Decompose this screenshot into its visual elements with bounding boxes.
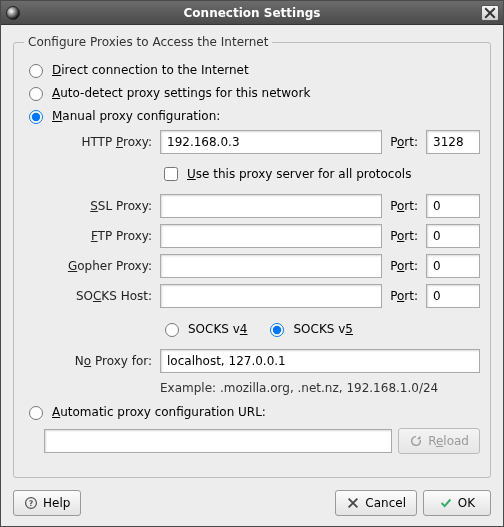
socks-port-input[interactable]: [426, 284, 480, 308]
http-port-input[interactable]: [426, 130, 480, 154]
radio-autoconfig[interactable]: [29, 406, 43, 420]
group-legend: Configure Proxies to Access the Internet: [24, 35, 272, 49]
ftp-port-input[interactable]: [426, 224, 480, 248]
proxy-groupbox: Configure Proxies to Access the Internet…: [13, 35, 491, 478]
connection-settings-window: Connection Settings Configure Proxies to…: [0, 0, 504, 527]
ok-label: OK: [458, 496, 475, 510]
gopher-proxy-label: Gopher Proxy:: [44, 259, 154, 273]
radio-direct-label: Direct connection to the Internet: [52, 63, 249, 77]
radio-autodetect[interactable]: [29, 87, 43, 101]
ftp-proxy-input[interactable]: [160, 224, 382, 248]
reload-button[interactable]: Reload: [398, 428, 480, 454]
gopher-port-input[interactable]: [426, 254, 480, 278]
help-button[interactable]: ? Help: [13, 490, 81, 516]
radio-socks4-row[interactable]: SOCKS v4: [160, 318, 247, 339]
radio-socks5-label: SOCKS v5: [293, 322, 352, 336]
radio-socks5[interactable]: [270, 323, 284, 337]
cancel-icon: [346, 496, 360, 510]
reload-label: Reload: [428, 434, 469, 448]
ftp-proxy-label: FTP Proxy:: [44, 229, 154, 243]
http-proxy-label: HTTP Proxy:: [44, 135, 154, 149]
socks-version-row: SOCKS v4 SOCKS v5: [160, 314, 480, 343]
pac-row: Reload: [44, 428, 480, 454]
help-icon: ?: [24, 496, 38, 510]
radio-manual[interactable]: [29, 110, 43, 124]
cancel-label: Cancel: [365, 496, 406, 510]
ssl-proxy-label: SSL Proxy:: [44, 199, 154, 213]
ok-button[interactable]: OK: [423, 490, 491, 516]
radio-direct[interactable]: [29, 64, 43, 78]
socks-host-input[interactable]: [160, 284, 382, 308]
proxy-grid: HTTP Proxy: Port: Use this proxy server …: [44, 130, 480, 395]
cancel-button[interactable]: Cancel: [335, 490, 417, 516]
svg-text:?: ?: [29, 499, 34, 508]
radio-manual-label: Manual proxy configuration:: [52, 109, 220, 123]
help-label: Help: [43, 496, 70, 510]
dialog-content: Configure Proxies to Access the Internet…: [1, 25, 503, 526]
titlebar: Connection Settings: [1, 1, 503, 25]
close-button[interactable]: [481, 5, 499, 21]
http-port-label: Port:: [388, 135, 420, 149]
radio-autoconfig-label: Automatic proxy configuration URL:: [52, 405, 266, 419]
socks-host-label: SOCKS Host:: [44, 289, 154, 303]
ssl-port-label: Port:: [388, 199, 420, 213]
radio-socks5-row[interactable]: SOCKS v5: [265, 318, 352, 339]
radio-direct-row[interactable]: Direct connection to the Internet: [24, 59, 480, 80]
socks-port-label: Port:: [388, 289, 420, 303]
dialog-footer: ? Help Cancel OK: [13, 486, 491, 518]
radio-manual-row[interactable]: Manual proxy configuration:: [24, 105, 480, 126]
radio-autoconfig-row[interactable]: Automatic proxy configuration URL:: [24, 401, 480, 422]
no-proxy-label: No Proxy for:: [44, 354, 154, 368]
close-icon: [484, 7, 496, 19]
radio-socks4-label: SOCKS v4: [188, 322, 247, 336]
app-icon: [6, 6, 20, 20]
use-for-all-row[interactable]: Use this proxy server for all protocols: [160, 162, 480, 186]
use-for-all-checkbox[interactable]: [164, 167, 178, 181]
http-proxy-input[interactable]: [160, 130, 382, 154]
gopher-proxy-input[interactable]: [160, 254, 382, 278]
no-proxy-input[interactable]: [160, 349, 480, 373]
ssl-proxy-input[interactable]: [160, 194, 382, 218]
ftp-port-label: Port:: [388, 229, 420, 243]
radio-autodetect-row[interactable]: Auto-detect proxy settings for this netw…: [24, 82, 480, 103]
no-proxy-example: Example: .mozilla.org, .net.nz, 192.168.…: [160, 379, 480, 395]
radio-socks4[interactable]: [165, 323, 179, 337]
ssl-port-input[interactable]: [426, 194, 480, 218]
pac-url-input[interactable]: [44, 429, 392, 453]
gopher-port-label: Port:: [388, 259, 420, 273]
radio-autodetect-label: Auto-detect proxy settings for this netw…: [52, 86, 310, 100]
reload-icon: [409, 434, 423, 448]
ok-icon: [439, 496, 453, 510]
use-for-all-label: Use this proxy server for all protocols: [187, 167, 411, 181]
window-title: Connection Settings: [1, 6, 503, 20]
